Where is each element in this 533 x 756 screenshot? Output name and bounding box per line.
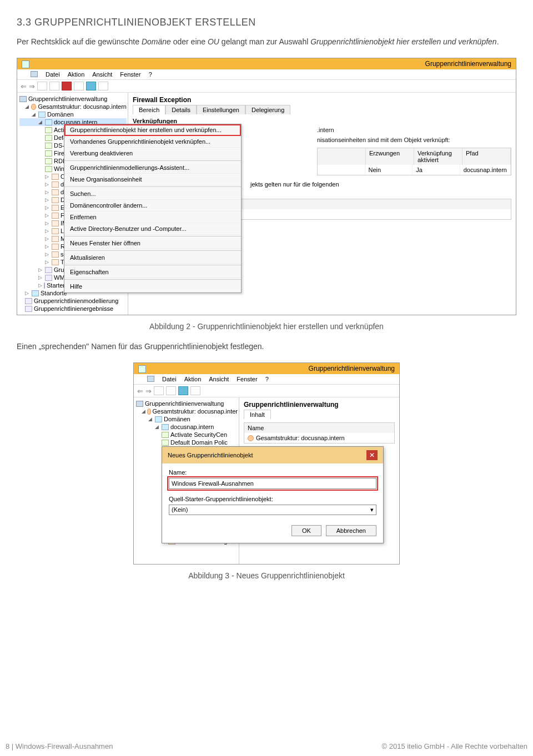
ctx-properties[interactable]: Eigenschaften (64, 266, 241, 278)
back-icon[interactable]: ⇐ (21, 82, 27, 90)
ctx-change-dc[interactable]: Domänencontroller ändern... (64, 200, 241, 211)
page-footer: 8 | Windows-Firewall-Ausnahmen © 2015 it… (0, 742, 533, 750)
menu-item[interactable]: Datei (46, 71, 60, 78)
ctx-refresh[interactable]: Aktualisieren (64, 252, 241, 264)
ctx-new-ou[interactable]: Neue Organisationseinheit (64, 174, 241, 185)
ok-button[interactable]: OK (291, 525, 321, 536)
list-row[interactable]: Gesamtstruktur: docusnap.intern (244, 433, 394, 443)
expand-icon[interactable]: ▷ (45, 182, 50, 187)
back-icon[interactable]: ⇐ (137, 387, 143, 395)
toolbar-button[interactable] (98, 82, 108, 90)
tree-domains[interactable]: ◢Domänen (136, 415, 238, 423)
gpo-icon (45, 150, 52, 157)
expand-icon[interactable]: ▷ (38, 275, 43, 280)
col-name[interactable]: Name (244, 423, 394, 433)
tree-gpo-link[interactable]: Activate SecurityCen (136, 431, 238, 439)
ctx-modeling-wizard[interactable]: Gruppenrichtlinienmodellierungs-Assisten… (64, 162, 241, 174)
collapse-icon[interactable]: ◢ (148, 416, 153, 422)
ou-icon (52, 228, 59, 234)
expand-icon[interactable]: ▷ (45, 259, 50, 265)
cell: Ja (413, 165, 460, 175)
tab-details[interactable]: Details (165, 105, 197, 114)
expand-icon[interactable]: ▷ (45, 220, 50, 226)
col-enforced[interactable]: Erzwungen (366, 148, 414, 165)
app-icon (22, 61, 29, 68)
forward-icon[interactable]: ⇒ (29, 82, 35, 90)
menu-item[interactable]: ? (265, 376, 269, 382)
tab-delegation[interactable]: Delegierung (245, 105, 290, 114)
cancel-button[interactable]: Abbrechen (326, 525, 376, 536)
tree-domain[interactable]: ◢docusnap.intern (136, 423, 238, 431)
grid-row[interactable]: Nein Ja docusnap.intern (318, 165, 511, 175)
tree-gpo-link[interactable]: Default Domain Polic (136, 439, 238, 446)
ou-icon (52, 189, 59, 195)
expand-icon[interactable]: ▷ (45, 213, 50, 218)
folder-icon (44, 283, 45, 289)
tree-root[interactable]: Gruppenrichtlinienverwaltung (136, 400, 238, 407)
menu-item[interactable]: Ansicht (209, 376, 229, 382)
col-path[interactable]: Pfad (462, 148, 511, 165)
expand-icon[interactable]: ▷ (45, 251, 50, 257)
gpo-icon (45, 143, 52, 149)
ctx-link-existing-gpo[interactable]: Vorhandenes Gruppenrichtlinienobjekt ver… (64, 136, 241, 148)
ctx-remove[interactable]: Entfernen (64, 211, 241, 223)
txt: gelangt man zur Auswahl (219, 37, 310, 46)
menu-item[interactable]: Datei (162, 376, 177, 382)
forward-icon[interactable]: ⇒ (145, 387, 152, 395)
console-icon (136, 401, 143, 407)
tree-gp-modeling[interactable]: Gruppenrichtlinienmodellierung (19, 297, 127, 305)
collapse-icon[interactable]: ◢ (155, 424, 160, 430)
expand-icon[interactable]: ▷ (45, 244, 50, 249)
tree-forest[interactable]: ◢Gesamtstruktur: docusnap.intern (19, 103, 127, 110)
menu-item[interactable]: Aktion (68, 71, 85, 78)
ctx-block-inheritance[interactable]: Vererbung deaktivieren (64, 148, 241, 159)
source-starter-select[interactable]: (Kein) ▾ (169, 505, 376, 515)
collapse-icon[interactable]: ◢ (32, 112, 37, 117)
tree-label: Gruppenrichtlinienverwaltung (145, 400, 224, 407)
refresh-icon[interactable] (74, 82, 84, 90)
ou-icon (52, 220, 59, 226)
ctx-search[interactable]: Suchen... (64, 188, 241, 200)
collapse-icon[interactable]: ◢ (25, 104, 29, 109)
refresh-icon[interactable] (166, 386, 176, 395)
expand-icon[interactable]: ▷ (45, 189, 50, 195)
tree-forest[interactable]: ◢Gesamtstruktur: docusnap.inter (136, 407, 238, 415)
help-icon[interactable] (86, 82, 96, 90)
menu-item[interactable]: Fenster (120, 71, 140, 78)
ctx-ad-users[interactable]: Active Directory-Benutzer und -Computer.… (64, 223, 241, 235)
tree-domains[interactable]: ◢Domänen (19, 110, 127, 118)
tree-root[interactable]: Gruppenrichtlinienverwaltung (19, 95, 127, 103)
ctx-create-gpo-here[interactable]: Gruppenrichtlinienobjekt hier erstellen … (64, 124, 241, 136)
tab-settings[interactable]: Einstellungen (197, 105, 245, 114)
help-icon[interactable] (178, 386, 188, 395)
expand-icon[interactable]: ▷ (38, 267, 43, 273)
expand-icon[interactable]: ▷ (45, 236, 50, 241)
ctx-new-window[interactable]: Neues Fenster hier öffnen (64, 238, 241, 249)
delete-icon[interactable] (62, 82, 72, 90)
col-link-enabled[interactable]: Verknüpfung aktiviert (414, 148, 462, 165)
forest-icon (147, 409, 151, 415)
italic-domain: Domäne (142, 37, 171, 46)
expand-icon[interactable]: ▷ (38, 283, 42, 288)
menu-item[interactable]: Ansicht (92, 71, 112, 78)
toolbar-button[interactable] (49, 82, 59, 90)
toolbar-button[interactable] (154, 386, 164, 395)
expand-icon[interactable]: ▷ (45, 197, 50, 203)
menu-item[interactable]: ? (149, 71, 152, 78)
menu-item[interactable]: Fenster (237, 376, 257, 382)
expand-icon[interactable]: ▷ (45, 228, 50, 234)
collapse-icon[interactable]: ◢ (38, 119, 43, 125)
toolbar-button[interactable] (190, 386, 200, 395)
collapse-icon[interactable]: ◢ (142, 409, 145, 414)
tree-gp-results[interactable]: Gruppenrichtlinienergebnisse (19, 305, 127, 313)
expand-icon[interactable]: ▷ (45, 174, 50, 179)
toolbar-button[interactable] (37, 82, 47, 90)
menu-item[interactable]: Aktion (184, 376, 202, 382)
tab-content[interactable]: Inhalt (244, 410, 271, 419)
expand-icon[interactable]: ▷ (25, 290, 30, 296)
gpo-name-input[interactable] (169, 478, 376, 489)
expand-icon[interactable]: ▷ (45, 205, 50, 210)
ctx-help[interactable]: Hilfe (64, 281, 241, 293)
tab-scope[interactable]: Bereich (133, 105, 165, 114)
close-icon[interactable]: ✕ (366, 450, 378, 460)
